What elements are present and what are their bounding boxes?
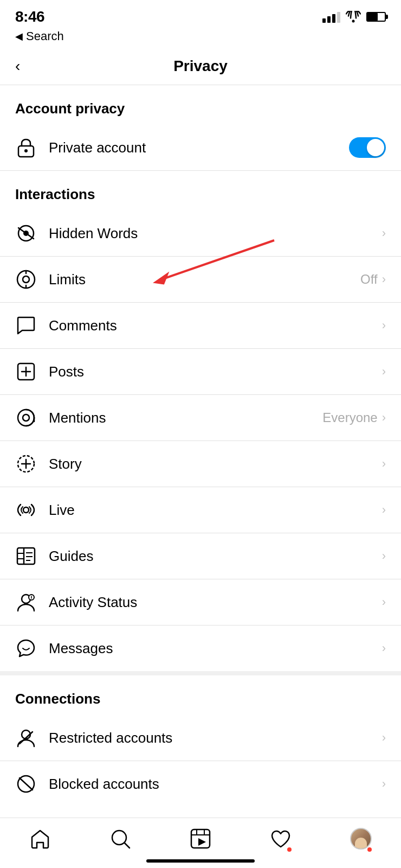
mentions-item[interactable]: Mentions Everyone ›	[0, 395, 401, 441]
connections-title: Connections	[15, 691, 100, 707]
wifi-icon	[346, 11, 361, 23]
nav-notifications[interactable]	[269, 827, 293, 851]
comments-chevron: ›	[382, 318, 386, 333]
story-label: Story	[49, 456, 82, 473]
posts-chevron: ›	[382, 365, 386, 379]
limits-left: Limits	[15, 269, 86, 290]
comments-item[interactable]: Comments ›	[0, 303, 401, 348]
account-privacy-header: Account privacy	[0, 85, 401, 125]
blocked-icon	[15, 773, 37, 795]
lock-icon	[15, 137, 37, 158]
hidden-words-icon	[15, 222, 37, 244]
hidden-words-right: ›	[382, 226, 386, 240]
activity-status-icon	[15, 591, 37, 613]
mentions-label: Mentions	[49, 410, 106, 426]
toggle-knob	[367, 139, 384, 156]
search-back[interactable]: ◀ Search	[0, 29, 401, 48]
story-item[interactable]: Story ›	[0, 441, 401, 487]
limits-right: Off ›	[360, 272, 386, 287]
posts-left: Posts	[15, 361, 84, 382]
hidden-words-label: Hidden Words	[49, 225, 138, 242]
comments-right: ›	[382, 318, 386, 333]
guides-icon	[15, 545, 37, 567]
mentions-value: Everyone	[322, 410, 377, 425]
home-icon	[28, 827, 52, 851]
mentions-icon	[15, 407, 37, 429]
connections-header: Connections	[0, 675, 401, 715]
story-left: Story	[15, 453, 82, 475]
interactions-header: Interactions	[0, 171, 401, 210]
interactions-title: Interactions	[15, 186, 95, 202]
limits-label: Limits	[49, 271, 86, 288]
live-icon	[15, 499, 37, 521]
guides-label: Guides	[49, 548, 93, 565]
guides-item[interactable]: Guides ›	[0, 533, 401, 579]
nav-profile[interactable]	[349, 827, 373, 851]
signal-icon	[322, 11, 340, 23]
account-privacy-title: Account privacy	[15, 100, 125, 117]
home-indicator	[146, 859, 255, 863]
mentions-left: Mentions	[15, 407, 106, 429]
posts-right: ›	[382, 365, 386, 379]
restricted-chevron: ›	[382, 731, 386, 745]
posts-label: Posts	[49, 363, 84, 380]
mentions-right: Everyone ›	[322, 410, 386, 425]
nav-reels[interactable]	[189, 827, 212, 851]
svg-point-15	[23, 414, 29, 421]
private-account-label: Private account	[49, 139, 146, 156]
live-label: Live	[49, 502, 75, 519]
comments-label: Comments	[49, 317, 117, 334]
status-bar: 8:46	[0, 0, 401, 29]
profile-dot	[367, 847, 372, 852]
story-icon	[15, 453, 37, 475]
nav-search[interactable]	[108, 827, 132, 851]
account-privacy-section: Account privacy Private account	[0, 85, 401, 171]
activity-status-label: Activity Status	[49, 594, 137, 611]
mentions-chevron: ›	[382, 411, 386, 425]
hidden-words-left: Hidden Words	[15, 222, 138, 244]
activity-status-right: ›	[382, 595, 386, 609]
svg-point-35	[112, 831, 126, 845]
hidden-words-item[interactable]: Hidden Words ›	[0, 210, 401, 256]
private-account-left: Private account	[15, 137, 146, 158]
posts-item[interactable]: Posts ›	[0, 349, 401, 394]
private-account-row[interactable]: Private account	[0, 125, 401, 171]
notifications-dot	[287, 847, 292, 852]
svg-line-36	[125, 843, 130, 848]
private-account-toggle[interactable]	[349, 137, 386, 158]
svg-marker-41	[198, 838, 206, 846]
svg-rect-37	[191, 829, 210, 848]
limits-chevron: ›	[382, 272, 386, 286]
restricted-left: Restricted accounts	[15, 727, 172, 749]
messages-chevron: ›	[382, 641, 386, 655]
nav-home[interactable]	[28, 827, 52, 851]
svg-point-20	[23, 507, 29, 513]
bottom-nav	[0, 818, 401, 868]
live-chevron: ›	[382, 503, 386, 517]
blocked-accounts-item[interactable]: Blocked accounts ›	[0, 761, 401, 807]
search-back-label: Search	[26, 29, 64, 43]
comments-left: Comments	[15, 315, 117, 336]
activity-status-item[interactable]: Activity Status ›	[0, 579, 401, 625]
hidden-words-chevron: ›	[382, 226, 386, 240]
back-button[interactable]: ‹	[15, 58, 20, 75]
guides-left: Guides	[15, 545, 93, 567]
svg-point-2	[24, 149, 28, 152]
live-item[interactable]: Live ›	[0, 487, 401, 533]
restricted-accounts-item[interactable]: Restricted accounts ›	[0, 715, 401, 761]
limits-item[interactable]: Limits Off ›	[0, 257, 401, 302]
restricted-accounts-label: Restricted accounts	[49, 730, 172, 746]
restricted-right: ›	[382, 731, 386, 745]
story-chevron: ›	[382, 457, 386, 471]
status-time: 8:46	[15, 8, 44, 25]
status-icons	[322, 11, 386, 23]
interactions-section: Interactions Hidden Words ›	[0, 171, 401, 671]
back-arrow-small: ◀	[15, 30, 23, 42]
posts-icon	[15, 361, 37, 382]
reels-icon	[189, 827, 212, 851]
messages-item[interactable]: Messages ›	[0, 626, 401, 671]
live-right: ›	[382, 503, 386, 517]
blocked-accounts-label: Blocked accounts	[49, 776, 159, 793]
comments-icon	[15, 315, 37, 336]
restricted-icon	[15, 727, 37, 749]
